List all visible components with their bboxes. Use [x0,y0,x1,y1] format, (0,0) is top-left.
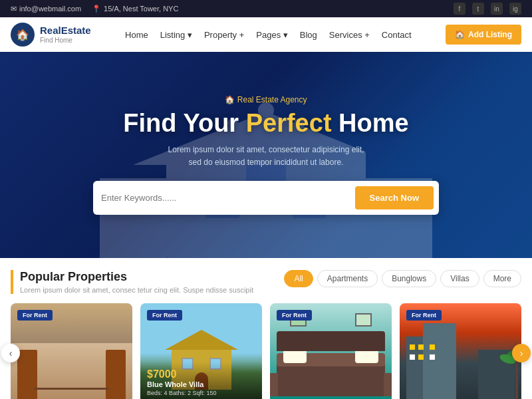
section-sub: Lorem ipsum dolor sit amet, consec tetur… [20,286,253,294]
navbar: 🏠 RealEstate Find Home Home Listing ▾ Pr… [0,17,532,52]
filter-more[interactable]: More [483,270,521,287]
hero-title: Find Your Perfect Home [93,108,439,139]
email-icon: ✉ [11,5,17,13]
hero-badge: 🏠 Real Estate Agency [93,95,439,104]
search-input[interactable] [101,193,350,203]
filter-bunglows[interactable]: Bunglows [382,270,436,287]
hero-subtitle: Lorem ipsum dolor sit amet, consectetur … [93,144,439,169]
property-card-3[interactable]: For Rent [270,303,392,399]
nav-contact[interactable]: Contact [382,30,412,40]
nav-pages[interactable]: Pages ▾ [256,30,287,40]
section-title: Popular Properties [20,270,253,284]
logo-sub: Find Home [40,37,91,45]
search-box: Search Now [93,181,439,215]
search-button[interactable]: Search Now [355,186,434,209]
for-rent-badge-4: For Rent [406,310,442,321]
top-bar-left: ✉ info@webmail.com 📍 15/A, Nest Tower, N… [11,5,178,13]
nav-blog[interactable]: Blog [300,30,317,40]
property-card-4[interactable]: For Rent [400,303,521,399]
nav-property[interactable]: Property + [204,30,244,40]
logo: 🏠 RealEstate Find Home [11,23,91,47]
filter-all[interactable]: All [284,270,313,287]
hero-section: 🏠 Real Estate Agency Find Your Perfect H… [0,52,532,258]
facebook-icon[interactable]: f [454,3,466,15]
section-title-block: Popular Properties Lorem ipsum dolor sit… [11,270,253,294]
filter-apartments[interactable]: Apartments [317,270,378,287]
nav-home[interactable]: Home [125,30,148,40]
logo-icon: 🏠 [11,23,35,47]
add-listing-button[interactable]: 🏠 Add Listing [446,25,521,45]
properties-section: Popular Properties Lorem ipsum dolor sit… [0,258,532,399]
top-bar-right: f t in ig [454,3,521,15]
filter-villas[interactable]: Villas [440,270,479,287]
card-overlay-2: $7000 Blue Whole Villa Beds: 4 Baths: 2 … [140,362,262,399]
nav-listing[interactable]: Listing ▾ [160,30,192,40]
address-contact: 📍 15/A, Nest Tower, NYC [92,5,178,13]
for-rent-badge-1: For Rent [17,310,53,321]
linkedin-icon[interactable]: in [491,3,503,15]
for-rent-badge-2: For Rent [147,310,182,321]
instagram-icon[interactable]: ig [509,3,521,15]
property-cards-container: ‹ For Rent For R [11,303,521,399]
home-icon: 🏠 [455,30,465,39]
carousel-prev-button[interactable]: ‹ [1,344,20,362]
filter-tabs: All Apartments Bunglows Villas More [284,270,521,287]
property-card-2[interactable]: For Rent $7000 Blue Whole Villa Beds: 4 … [140,303,262,399]
hero-title-start: Find Your [123,109,245,137]
top-bar: ✉ info@webmail.com 📍 15/A, Nest Tower, N… [0,0,532,17]
property-card-1[interactable]: For Rent [11,303,132,399]
logo-text: RealEstate Find Home [40,25,91,45]
hero-content: 🏠 Real Estate Agency Find Your Perfect H… [80,95,452,215]
location-icon: 📍 [92,5,101,13]
logo-title: RealEstate [40,25,91,37]
nav-services[interactable]: Services + [329,30,370,40]
hero-title-accent: Perfect [246,109,332,137]
card-details-2: Beds: 4 Baths: 2 Sqft: 150 [147,390,255,396]
hero-title-end: Home [332,109,409,137]
email-contact: ✉ info@webmail.com [11,5,81,13]
card-name-2: Blue Whole Villa [147,380,255,388]
card-price-2: $7000 [147,368,255,380]
section-header: Popular Properties Lorem ipsum dolor sit… [11,270,521,294]
nav-links: Home Listing ▾ Property + Pages ▾ Blog S… [125,30,412,40]
for-rent-badge-3: For Rent [277,310,312,321]
carousel-next-button[interactable]: › [512,344,531,362]
twitter-icon[interactable]: t [472,3,484,15]
